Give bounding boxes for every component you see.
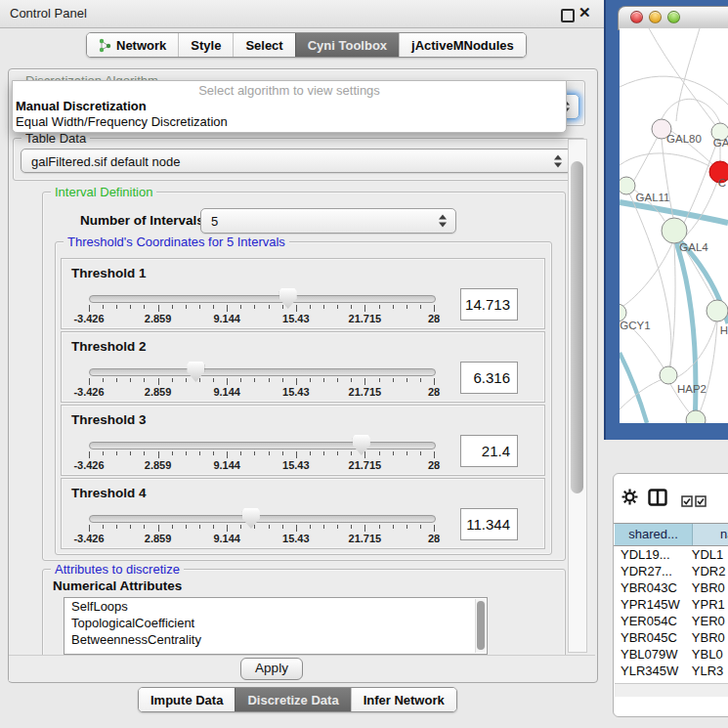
checkbox-checked-icon[interactable] (681, 493, 693, 511)
table-hscrollbar[interactable] (615, 683, 728, 697)
table-row[interactable]: YPR145WYPR1 (615, 597, 728, 614)
cell-name: YBR0 (688, 630, 728, 647)
threshold-label: Threshold 3 (71, 412, 147, 427)
numerical-attributes-list[interactable]: SelfLoopsTopologicalCoefficientBetweenne… (64, 597, 488, 655)
group-title: Table Data (21, 131, 90, 146)
threshold-value-field[interactable]: 11.344 (460, 508, 518, 540)
top-tab-bar: NetworkStyleSelectCyni ToolboxjActiveMNo… (86, 32, 527, 58)
node-label-hap2: HAP2 (677, 383, 707, 395)
bottom-tab-bar: Impute DataDiscretize DataInfer Network (138, 687, 457, 712)
tab-cyni-toolbox[interactable]: Cyni Toolbox (295, 33, 399, 57)
table-row[interactable]: YDR27...YDR2 (615, 564, 728, 580)
cell-name: YBR0 (688, 580, 728, 597)
node-gal11 (620, 177, 635, 194)
slider-tick-labels: -3.4262.8599.14415.4321.71528 (89, 386, 434, 398)
tab-label: Impute Data (150, 693, 223, 707)
tab-label: Infer Network (364, 693, 445, 707)
tab-jactivemnodules[interactable]: jActiveMNodules (399, 33, 526, 57)
list-items: SelfLoopsTopologicalCoefficientBetweenne… (64, 598, 487, 648)
table-rows: YDL19...YDL1YDR27...YDR2YBR043CYBR0YPR14… (615, 547, 728, 682)
float-window-icon[interactable] (561, 9, 575, 22)
popup-item-equal-width-frequency[interactable]: Equal Width/Frequency Discretization (13, 113, 566, 129)
nodes[interactable] (620, 119, 728, 423)
node-label-c: C (718, 177, 726, 189)
threshold-value-field[interactable]: 21.4 (460, 435, 518, 467)
control-panel-titlebar: Control Panel ✕ (0, 0, 604, 28)
tab-style[interactable]: Style (178, 33, 233, 57)
cell-name: YIL0 (688, 680, 728, 682)
column-header-shared-name[interactable]: shared... (615, 524, 693, 545)
network-canvas[interactable]: GAL80GACGAL11GAL4GCY1HHAP2 (620, 28, 728, 423)
network-icon (99, 38, 111, 53)
number-of-intervals-combo[interactable]: 5 (200, 208, 456, 234)
combo-stepper-icon (439, 215, 447, 228)
tab-label: Discretize Data (247, 693, 338, 707)
threshold-label: Threshold 2 (71, 339, 147, 354)
node-label-ga: GA (713, 137, 728, 149)
tab-select[interactable]: Select (233, 33, 294, 57)
table-row[interactable]: YBR045CYBR0 (615, 630, 728, 647)
tab-label: Style (191, 38, 221, 53)
table-row[interactable]: YER054CYER0 (615, 614, 728, 630)
threshold-box-1: Threshold 1-3.4262.8599.14415.4321.71528… (61, 258, 545, 329)
tab-discretize-data[interactable]: Discretize Data (235, 688, 350, 711)
table-row[interactable]: YBR043CYBR0 (615, 580, 728, 597)
group-title: Threshold's Coordinates for 5 Intervals (64, 235, 289, 249)
group-title: Attributes to discretize (51, 562, 184, 577)
panel-scrollbar-thumb[interactable] (571, 161, 583, 493)
apply-button[interactable]: Apply (240, 658, 303, 680)
panel-title: Control Panel (10, 6, 87, 21)
close-traffic-light[interactable] (630, 11, 643, 23)
list-item[interactable]: TopologicalCoefficient (64, 615, 487, 631)
threshold-box-2: Threshold 2-3.4262.8599.14415.4321.71528… (61, 331, 545, 403)
column-header-name[interactable]: na (693, 524, 728, 545)
cell-shared-name: YPR145W (615, 597, 688, 614)
threshold-label: Threshold 4 (71, 486, 147, 500)
scrollbar-thumb[interactable] (477, 601, 485, 650)
table-row[interactable]: YIL052CYIL0 (615, 680, 728, 682)
cell-name: YBL0 (688, 647, 728, 664)
checkbox-checked-icon[interactable] (695, 493, 707, 511)
close-icon[interactable]: ✕ (578, 4, 591, 21)
cell-name: YDL1 (688, 547, 728, 564)
cell-name: YPR1 (688, 597, 728, 614)
zoom-traffic-light[interactable] (667, 11, 680, 23)
tab-impute-data[interactable]: Impute Data (139, 688, 235, 711)
cell-shared-name: YIL052C (615, 680, 688, 682)
minimize-traffic-light[interactable] (649, 11, 662, 23)
node-label-h: H (720, 324, 728, 336)
node-gal4 (662, 218, 687, 243)
table-row[interactable]: YDL19...YDL1 (615, 547, 728, 564)
table-row[interactable]: YBL079WYBL0 (615, 647, 728, 664)
list-item[interactable]: SelfLoops (64, 598, 487, 615)
application-root: Control Panel ✕ NetworkStyleSelectCyni T… (0, 0, 728, 728)
table-data-combo[interactable]: galFiltered.sif default node (21, 149, 572, 173)
slider-tick-labels: -3.4262.8599.14415.4321.71528 (89, 313, 434, 324)
control-panel: Control Panel ✕ NetworkStyleSelectCyni T… (0, 0, 605, 728)
slider-track[interactable] (89, 515, 436, 523)
table-row[interactable]: YLR345WYLR3 (615, 664, 728, 680)
tab-network[interactable]: Network (87, 33, 178, 57)
tab-infer-network[interactable]: Infer Network (351, 688, 456, 711)
threshold-value-field[interactable]: 6.316 (460, 362, 518, 394)
slider-tick-labels: -3.4262.8599.14415.4321.71528 (89, 459, 434, 471)
slider-track[interactable] (89, 368, 436, 376)
threshold-box-4: Threshold 4-3.4262.8599.14415.4321.71528… (61, 478, 545, 549)
cell-name: YDR2 (688, 564, 728, 580)
list-scrollbar[interactable] (475, 599, 486, 653)
combo-stepper-icon (554, 154, 562, 167)
list-item[interactable]: BetweennessCentrality (64, 631, 487, 648)
number-of-intervals-label: Number of Intervals (80, 213, 204, 228)
slider-track[interactable] (89, 442, 436, 450)
split-columns-icon[interactable] (648, 489, 667, 510)
cell-shared-name: YBL079W (615, 647, 688, 664)
threshold-value-field[interactable]: 14.713 (460, 288, 518, 321)
slider-track[interactable] (89, 295, 436, 303)
popup-item-manual-discretization[interactable]: Manual Discretization (13, 98, 566, 113)
cell-shared-name: YER054C (615, 614, 688, 630)
combo-value: 5 (211, 214, 218, 229)
cell-shared-name: YDL19... (615, 547, 688, 564)
numerical-attributes-label: Numerical Attributes (53, 578, 182, 593)
gear-icon[interactable] (621, 489, 638, 509)
cell-shared-name: YBR045C (615, 630, 688, 647)
